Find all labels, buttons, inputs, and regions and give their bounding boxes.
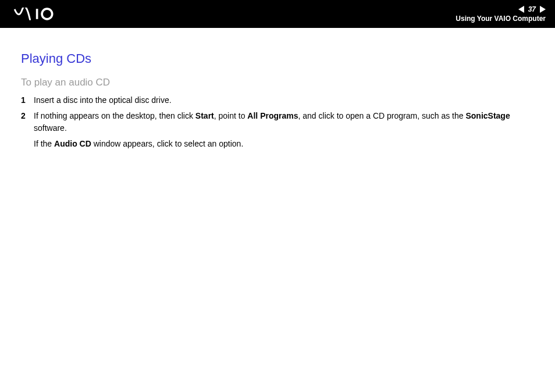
page-heading: Playing CDs <box>21 51 534 66</box>
page-nav: 37 <box>518 5 546 13</box>
bold-text: Start <box>195 111 214 120</box>
text-fragment: , and click to open a CD program, such a… <box>298 111 466 120</box>
content-area: Playing CDs To play an audio CD 1 Insert… <box>0 28 555 150</box>
step-item: 1 Insert a disc into the optical disc dr… <box>21 94 534 106</box>
step-note: If the Audio CD window appears, click to… <box>34 138 534 150</box>
bold-text: Audio CD <box>54 139 91 148</box>
step-number: 1 <box>21 94 34 106</box>
text-fragment: If nothing appears on the desktop, then … <box>34 111 195 120</box>
step-item: 2 If nothing appears on the desktop, the… <box>21 110 534 150</box>
svg-rect-0 <box>36 9 38 19</box>
step-number: 2 <box>21 110 34 150</box>
bold-text: All Programs <box>247 111 298 120</box>
header-bar: 37 Using Your VAIO Computer <box>0 0 555 28</box>
text-fragment: , point to <box>214 111 248 120</box>
text-fragment: software. <box>34 123 67 133</box>
page-subheading: To play an audio CD <box>21 77 534 88</box>
page-number: 37 <box>526 5 538 13</box>
bold-text: SonicStage <box>465 111 510 120</box>
vaio-logo <box>12 8 76 20</box>
svg-point-1 <box>42 9 52 19</box>
text-fragment: If the <box>34 139 54 148</box>
step-text: If nothing appears on the desktop, then … <box>34 110 534 150</box>
step-text: Insert a disc into the optical disc driv… <box>34 94 534 106</box>
header-right: 37 Using Your VAIO Computer <box>456 5 546 23</box>
text-fragment: window appears, click to select an optio… <box>91 139 243 148</box>
section-title: Using Your VAIO Computer <box>456 15 546 23</box>
prev-page-arrow-icon[interactable] <box>518 6 524 13</box>
next-page-arrow-icon[interactable] <box>540 6 546 13</box>
